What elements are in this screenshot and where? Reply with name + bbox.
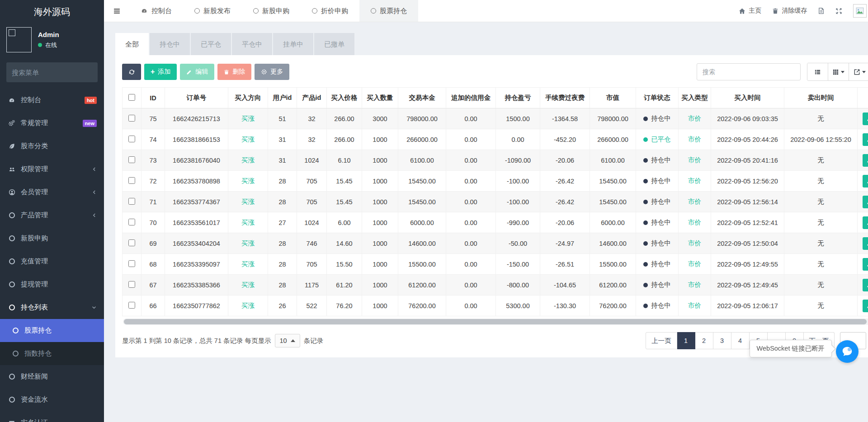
horizontal-scrollbar[interactable]: [123, 319, 868, 325]
sidebar-item-label: 权限管理: [21, 165, 92, 173]
top-tab-控制台[interactable]: 控制台: [129, 0, 183, 22]
table-search-input[interactable]: [697, 63, 801, 80]
top-tab-股票持仓[interactable]: 股票持仓: [359, 0, 418, 22]
status-tab-已撤单[interactable]: 已撤单: [314, 33, 354, 55]
cell-order-no: 1662381676040: [165, 150, 228, 171]
top-tab-新股申购[interactable]: 新股申购: [242, 0, 301, 22]
sidebar-item-会员管理[interactable]: 会员管理: [0, 181, 104, 204]
menu-search-input[interactable]: [12, 69, 102, 76]
more-button[interactable]: 更多: [255, 64, 289, 80]
row-checkbox[interactable]: [128, 302, 135, 309]
cell-qty: 1000: [362, 275, 398, 295]
sidebar-item-控制台[interactable]: 控制台hot: [0, 89, 104, 112]
sidebar-item-label: 常规管理: [21, 119, 83, 127]
row-checkbox[interactable]: [128, 281, 135, 288]
cell-product-id: 705: [297, 254, 327, 275]
status-tab-持仓中[interactable]: 持仓中: [150, 33, 190, 55]
cell-status: 已平仓: [636, 129, 679, 150]
circle-icon: [312, 8, 317, 14]
page-size-dropdown[interactable]: 10: [275, 334, 300, 347]
add-button[interactable]: + 添加: [144, 64, 177, 80]
row-checkbox[interactable]: [128, 198, 135, 205]
sidebar-item-实名认证[interactable]: 实名认证: [0, 411, 104, 422]
sidebar-item-充值管理[interactable]: 充值管理: [0, 250, 104, 273]
row-edit-button[interactable]: [863, 279, 868, 291]
select-all-checkbox[interactable]: [128, 94, 135, 101]
pagination-prev[interactable]: 上一页: [646, 332, 677, 349]
refresh-button[interactable]: [122, 64, 141, 80]
sidebar-item-股票持仓[interactable]: 股票持仓: [0, 319, 104, 342]
pagination-page-2[interactable]: 2: [695, 332, 713, 349]
row-checkbox-cell: [123, 150, 142, 171]
row-checkbox[interactable]: [128, 136, 135, 142]
row-edit-button[interactable]: [863, 300, 868, 312]
row-edit-button[interactable]: [863, 113, 868, 125]
cell-market-value: 61200.00: [590, 275, 636, 295]
status-dot-icon: [643, 137, 648, 142]
pencil-icon: [867, 220, 868, 225]
top-tab-折价申购[interactable]: 折价申购: [301, 0, 359, 22]
user-name: Admin: [38, 31, 59, 38]
row-edit-button[interactable]: [863, 216, 868, 229]
chat-button[interactable]: [836, 340, 859, 363]
cell-pnl: -1090.00: [496, 150, 540, 171]
columns-button[interactable]: [828, 63, 849, 80]
row-edit-button[interactable]: [863, 196, 868, 208]
sidebar-item-产品管理[interactable]: 产品管理: [0, 204, 104, 227]
clear-cache-button[interactable]: 清除缓存: [772, 7, 807, 15]
table-row: 751662426215713买涨5132266.003000798000.00…: [123, 108, 868, 129]
status-tab-平仓中[interactable]: 平仓中: [232, 33, 272, 55]
top-tab-新股发布[interactable]: 新股发布: [183, 0, 242, 22]
row-checkbox[interactable]: [128, 177, 135, 184]
row-edit-button[interactable]: [863, 258, 868, 271]
row-edit-button[interactable]: [863, 133, 868, 146]
cell-sell-time: 2022-09-06 12:55:20: [784, 129, 858, 150]
cell-product-id: 32: [297, 129, 327, 150]
home-button[interactable]: 主页: [739, 7, 761, 15]
pagination-page-3[interactable]: 3: [713, 332, 731, 349]
row-checkbox[interactable]: [128, 239, 135, 246]
sidebar-item-股市分类[interactable]: 股市分类: [0, 135, 104, 158]
sidebar-item-持仓列表[interactable]: 持仓列表: [0, 296, 104, 319]
sidebar-item-指数持仓[interactable]: 指数持仓: [0, 342, 104, 365]
export-icon: [854, 69, 860, 75]
cell-user-id: 28: [268, 171, 297, 192]
cell-actions: [858, 212, 868, 233]
row-checkbox[interactable]: [128, 156, 135, 163]
sidebar-item-资金流水[interactable]: 资金流水: [0, 388, 104, 411]
sidebar-item-财经新闻[interactable]: 财经新闻: [0, 365, 104, 388]
scrollbar-thumb[interactable]: [124, 319, 867, 324]
status-tab-已平仓[interactable]: 已平仓: [191, 33, 231, 55]
table-row: 741662381866153买涨3132266.001000266000.00…: [123, 129, 868, 150]
sidebar-item-提现管理[interactable]: 提现管理: [0, 273, 104, 296]
row-edit-button[interactable]: [863, 237, 868, 250]
cell-buy-type: 市价: [679, 233, 711, 254]
sidebar-item-权限管理[interactable]: 权限管理: [0, 158, 104, 181]
cell-order-no: 1662353395097: [165, 254, 228, 275]
row-edit-button[interactable]: [863, 154, 868, 167]
topbar-user[interactable]: Admin: [853, 4, 868, 18]
refresh-icon: [128, 69, 135, 75]
detail-view-button[interactable]: [807, 63, 828, 80]
row-checkbox[interactable]: [128, 260, 135, 267]
status-tab-挂单中[interactable]: 挂单中: [273, 33, 313, 55]
column-header-操作: 操作: [858, 88, 868, 108]
edit-button[interactable]: 编辑: [180, 64, 214, 80]
pagination-page-1[interactable]: 1: [677, 332, 695, 349]
row-checkbox[interactable]: [128, 115, 135, 122]
fullscreen-button[interactable]: [835, 8, 842, 14]
pagination-page-4[interactable]: 4: [731, 332, 750, 349]
language-button[interactable]: [818, 7, 825, 14]
sidebar-item-新股申购[interactable]: 新股申购: [0, 227, 104, 250]
menu-toggle-icon[interactable]: [104, 0, 129, 22]
sidebar-item-常规管理[interactable]: 常规管理new: [0, 112, 104, 135]
cell-buy-time: 2022-09-05 12:56:14: [711, 192, 784, 212]
status-tab-全部[interactable]: 全部: [115, 33, 149, 55]
export-button[interactable]: [849, 63, 868, 80]
cell-price: 6.00: [327, 212, 362, 233]
cell-status: 持仓中: [636, 212, 679, 233]
row-checkbox[interactable]: [128, 219, 135, 225]
row-edit-button[interactable]: [863, 175, 868, 188]
delete-button[interactable]: 删除: [217, 64, 251, 80]
status-dot-icon: [643, 283, 648, 287]
